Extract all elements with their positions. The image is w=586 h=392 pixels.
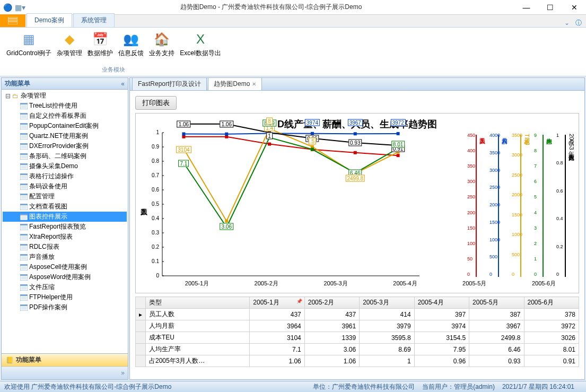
secondary-axis: 员工人数 450400350300250200150100500 xyxy=(465,133,487,277)
tree-node[interactable]: FTPHelper使用 xyxy=(3,292,127,302)
grid-cell[interactable]: 7.95 xyxy=(414,344,469,355)
tree-node[interactable]: XtraReport报表 xyxy=(3,232,127,242)
tree-node[interactable]: TreeList控件使用 xyxy=(3,101,127,111)
sidebar-footer: 📒 功能菜单 » xyxy=(2,353,128,379)
minimize-button[interactable]: — xyxy=(514,0,538,15)
grid-cell[interactable]: 6.46 xyxy=(469,344,524,355)
tree-node[interactable]: AsposeCell使用案例 xyxy=(3,262,127,272)
grid-cell[interactable]: 占2005年3月人数… xyxy=(146,355,250,367)
sidebar-footer-button[interactable]: 📒 功能菜单 xyxy=(2,354,128,367)
ribbon-tab[interactable]: 系统管理 xyxy=(73,13,115,27)
document-tab[interactable]: FastReport打印及设计 xyxy=(132,77,207,90)
tree-node[interactable]: 文件压缩 xyxy=(3,282,127,292)
grid-column-header[interactable]: 2005-1月📌 xyxy=(250,297,304,309)
grid-cell[interactable]: 成本TEU xyxy=(146,332,250,344)
grid-cell[interactable]: 3967 xyxy=(469,320,524,332)
print-chart-button[interactable]: 打印图表 xyxy=(135,96,177,110)
ribbon-button[interactable]: XExcel数据导出 xyxy=(178,30,223,59)
grid-cell[interactable]: 1.06 xyxy=(304,355,359,367)
svg-text:0.8: 0.8 xyxy=(152,158,159,164)
grid-cell[interactable]: 3974 xyxy=(414,320,469,332)
ribbon-button[interactable]: ◆杂项管理 xyxy=(55,30,84,59)
grid-column-header[interactable]: 2005-5月 xyxy=(469,297,524,309)
tree-node[interactable]: RDLC报表 xyxy=(3,242,127,252)
document-tab[interactable]: 趋势图Demo✕ xyxy=(208,77,262,90)
grid-cell[interactable]: 437 xyxy=(250,309,304,320)
close-button[interactable]: ✕ xyxy=(562,0,586,15)
row-indicator[interactable] xyxy=(136,355,146,367)
grid-cell[interactable]: 8.69 xyxy=(360,344,414,355)
tree-node[interactable]: 摄像头采集Demo xyxy=(3,161,127,171)
row-indicator[interactable] xyxy=(136,320,146,332)
grid-column-header[interactable]: 2005-3月 xyxy=(360,297,414,309)
grid-column-header[interactable]: 2005-6月 xyxy=(524,297,579,309)
grid-cell[interactable]: 1339 xyxy=(304,332,359,344)
ribbon-app-menu[interactable] xyxy=(0,14,25,27)
ribbon-button[interactable]: 🏠业务支持 xyxy=(147,30,177,59)
tree-node[interactable]: 文档查看视图 xyxy=(3,202,127,212)
tree-node[interactable]: DXErrorProvider案例 xyxy=(3,141,127,151)
grid-cell[interactable]: 0.96 xyxy=(414,355,469,367)
tree-node[interactable]: FastReport报表预览 xyxy=(3,222,127,232)
tree-node[interactable]: 图表控件展示 xyxy=(3,212,127,222)
secondary-axes: 员工人数 450400350300250200150100500 人均月薪 40… xyxy=(465,114,579,293)
grid-cell[interactable]: 3026 xyxy=(524,332,579,344)
grid-cell[interactable]: 387 xyxy=(469,309,524,320)
tree-node[interactable]: 条码设备使用 xyxy=(3,181,127,191)
grid-cell[interactable]: 2499.8 xyxy=(469,332,524,344)
grid-cell[interactable]: 3154.5 xyxy=(414,332,469,344)
grid-column-header[interactable]: 2005-4月 xyxy=(414,297,469,309)
grid-cell[interactable]: 3.06 xyxy=(304,344,359,355)
tab-close-icon[interactable]: ✕ xyxy=(252,81,256,87)
grid-cell[interactable]: 0.93 xyxy=(469,355,524,367)
tree-node[interactable]: 配置管理 xyxy=(3,191,127,202)
ribbon-tab[interactable]: Demo案例 xyxy=(27,13,72,27)
tree-node[interactable]: AsposeWord使用案例 xyxy=(3,272,127,282)
tree-node[interactable]: 条形码、二维码案例 xyxy=(3,151,127,161)
grid-cell[interactable]: 3972 xyxy=(524,320,579,332)
grid-cell[interactable]: 3964 xyxy=(250,320,304,332)
help-icon[interactable]: ⓘ xyxy=(574,19,583,27)
grid-cell[interactable]: 397 xyxy=(414,309,469,320)
grid-cell[interactable]: 员工人数 xyxy=(146,309,250,320)
filter-icon[interactable]: 📌 xyxy=(296,299,302,304)
tree-root-node[interactable]: ⊟🗀杂项管理 xyxy=(3,91,127,101)
grid-cell[interactable]: 7.1 xyxy=(250,344,304,355)
tree-view[interactable]: ⊟🗀杂项管理TreeList控件使用自定义控件看板界面PopupContaine… xyxy=(2,90,128,353)
row-indicator[interactable]: ▸ xyxy=(136,309,146,320)
grid-cell[interactable]: 3979 xyxy=(360,320,414,332)
tree-node[interactable]: 声音播放 xyxy=(3,252,127,262)
ribbon-button[interactable]: ▦GridControl例子 xyxy=(4,30,54,59)
grid-cell[interactable]: 3961 xyxy=(304,320,359,332)
grid-cell[interactable]: 437 xyxy=(304,309,359,320)
tree-expander-icon[interactable]: ⊟ xyxy=(5,92,11,100)
ribbon-button[interactable]: 📅数据维护 xyxy=(85,30,115,59)
ribbon-collapse-icon[interactable]: ⌄ xyxy=(563,19,571,27)
tree-node[interactable]: 自定义控件看板界面 xyxy=(3,111,127,121)
grid-cell[interactable]: 1 xyxy=(360,355,414,367)
grid-cell[interactable]: 414 xyxy=(360,309,414,320)
grid-cell[interactable]: 378 xyxy=(524,309,579,320)
row-indicator[interactable] xyxy=(136,344,146,355)
grid-cell[interactable]: 3595.8 xyxy=(360,332,414,344)
tree-node[interactable]: PDF操作案例 xyxy=(3,302,127,312)
tree-node[interactable]: Quartz.NET使用案例 xyxy=(3,131,127,141)
grid-column-header[interactable]: 类型 xyxy=(146,297,250,309)
grid-cell[interactable]: 0.91 xyxy=(524,355,579,367)
grid-column-header[interactable]: 2005-2月 xyxy=(304,297,359,309)
grid-cell[interactable]: 人均生产率 xyxy=(146,344,250,355)
grid-cell[interactable]: 3104 xyxy=(250,332,304,344)
maximize-button[interactable]: ☐ xyxy=(538,0,562,15)
grid-cell[interactable]: 1.06 xyxy=(250,355,304,367)
qat-icon-2[interactable]: ▦▾ xyxy=(16,3,24,12)
grid-cell[interactable]: 8.01 xyxy=(524,344,579,355)
tree-node[interactable]: PopupContainerEdit案例 xyxy=(3,121,127,131)
tree-node[interactable]: 表格行过滤操作 xyxy=(3,171,127,181)
sidebar-collapse-icon[interactable]: « xyxy=(121,80,125,88)
ribbon-button[interactable]: 👥信息反馈 xyxy=(116,30,146,59)
row-indicator[interactable] xyxy=(136,332,146,344)
qat-icon-1[interactable]: 🔵 xyxy=(3,3,12,12)
nav-options-icon[interactable]: » xyxy=(121,369,125,377)
data-grid[interactable]: 类型2005-1月📌2005-2月2005-3月2005-4月2005-5月20… xyxy=(135,297,579,367)
grid-cell[interactable]: 人均月薪 xyxy=(146,320,250,332)
